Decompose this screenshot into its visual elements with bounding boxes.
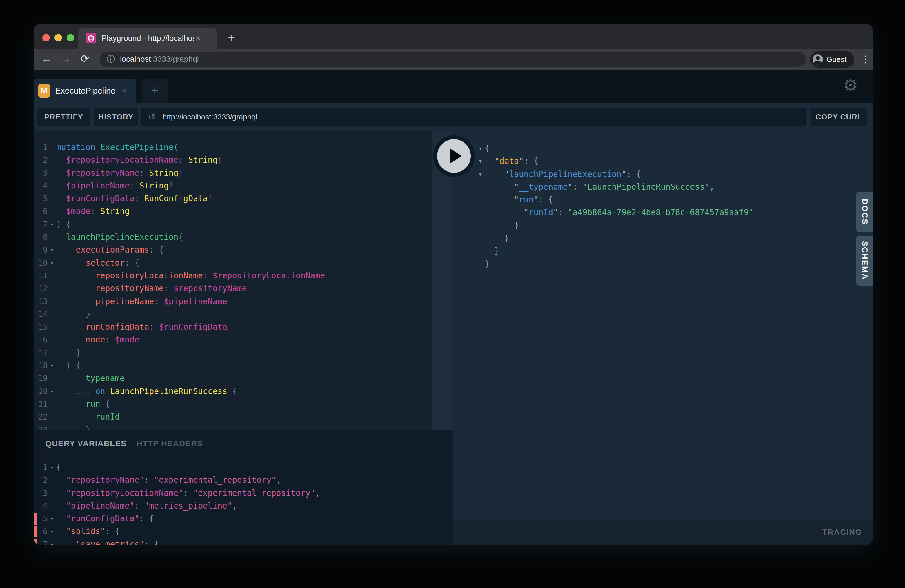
fold-arrow-icon[interactable]: ▾ (476, 168, 485, 181)
tab-query-variables[interactable]: QUERY VARIABLES (45, 439, 127, 448)
forward-icon[interactable]: → (59, 49, 73, 70)
code-line: 12 repositoryName: $repositoryName (34, 282, 432, 295)
tab-docs[interactable]: DOCS (856, 192, 873, 232)
fold-arrow-icon (48, 321, 56, 334)
code-line: 17 } (34, 346, 432, 359)
code-line: 2 "repositoryName": "experimental_reposi… (34, 474, 453, 486)
query-variables-panel[interactable]: QUERY VARIABLES HTTP HEADERS 1▾{2 "repos… (34, 430, 453, 545)
mac-minimize-button[interactable] (54, 34, 62, 41)
fold-arrow-icon[interactable]: ▾ (48, 385, 56, 398)
fold-arrow-icon (48, 192, 56, 205)
play-icon (450, 148, 462, 164)
code-line: 16 mode: $mode (34, 334, 432, 346)
code-line: 4 $pipelineName: String! (34, 180, 432, 192)
code-line: 6 $mode: String! (34, 205, 432, 218)
new-session-tab-button[interactable]: + (142, 79, 168, 103)
code-line: 1mutation ExecutePipeline( (34, 141, 432, 154)
browser-tab[interactable]: Playground - http://localhost:3 × (78, 28, 217, 49)
fold-arrow-icon[interactable]: ▾ (476, 155, 485, 168)
code-line: 5▾ "runConfigData": { (34, 512, 453, 525)
code-line: 18▾ ) { (34, 359, 432, 372)
copy-curl-button[interactable]: COPY CURL (811, 108, 867, 126)
code-line: "__typename": "LaunchPipelineRunSuccess"… (453, 181, 873, 193)
line-number: 1 (34, 461, 48, 474)
code-line: "runId": "a49b864a-79e2-4be8-b78c-687457… (453, 206, 873, 219)
back-icon[interactable]: ← (40, 49, 54, 70)
browser-menu-icon[interactable]: ⋮ (859, 51, 872, 67)
tracing-bar[interactable]: TRACING (453, 520, 873, 545)
tab-http-headers[interactable]: HTTP HEADERS (137, 439, 203, 448)
query-editor[interactable]: 1mutation ExecutePipeline(2 $repositoryL… (34, 131, 432, 430)
reload-icon[interactable]: ⟳ (78, 49, 92, 70)
code-line: 5 $runConfigData: RunConfigData! (34, 192, 432, 205)
settings-gear-icon[interactable]: ⚙ (843, 75, 858, 95)
code-line: 1▾{ (34, 461, 453, 474)
code-line: 3 "repositoryLocationName": "experimenta… (34, 487, 453, 499)
code-line: 22 runId (34, 410, 432, 423)
error-marker (34, 539, 37, 545)
fold-arrow-icon (48, 334, 56, 346)
line-number (453, 206, 476, 219)
tab-schema[interactable]: SCHEMA (856, 236, 873, 286)
mac-close-button[interactable] (42, 34, 50, 41)
variables-editor[interactable]: 1▾{2 "repositoryName": "experimental_rep… (34, 461, 453, 545)
fold-arrow-icon[interactable]: ▾ (48, 243, 56, 256)
code-line: 9▾ executionParams: { (34, 243, 432, 256)
fold-arrow-icon (48, 372, 56, 385)
line-number: 20 (34, 385, 48, 398)
line-number: 15 (34, 321, 48, 334)
history-button[interactable]: HISTORY (94, 108, 138, 126)
code-line: 21 run { (34, 398, 432, 410)
prettify-button[interactable]: PRETTIFY (37, 108, 90, 126)
profile-button[interactable]: Guest (810, 51, 854, 68)
address-bar[interactable]: ⓘ localhost:3333/graphql (100, 52, 806, 67)
graphql-logo-icon (86, 33, 96, 43)
code-line: } (453, 245, 873, 257)
address-url: localhost:3333/graphql (120, 55, 199, 64)
line-number: 18 (34, 359, 48, 372)
fold-arrow-icon[interactable]: ▾ (48, 257, 56, 269)
fold-arrow-icon (476, 232, 485, 245)
url-host: localhost (120, 55, 151, 64)
mutation-badge: M (38, 84, 50, 98)
fold-arrow-icon (476, 181, 485, 193)
fold-arrow-icon[interactable]: ▾ (48, 538, 56, 545)
line-number: 4 (34, 180, 48, 192)
browser-url-bar: ← → ⟳ ⓘ localhost:3333/graphql Guest ⋮ (34, 49, 873, 70)
site-info-icon[interactable]: ⓘ (107, 54, 115, 65)
fold-arrow-icon[interactable]: ▾ (48, 525, 56, 538)
playground-session-strip: M ExecutePipeline × + ⚙ (34, 70, 873, 103)
code-line: } (453, 258, 873, 270)
line-number: 3 (34, 487, 48, 499)
line-number: 22 (34, 410, 48, 423)
execute-query-button[interactable] (433, 135, 475, 177)
browser-new-tab-button[interactable]: + (222, 31, 241, 46)
code-line: 8 launchPipelineExecution( (34, 231, 432, 243)
response-viewer: ▾{▾ "data": {▾ "launchPipelineExecution"… (453, 131, 873, 520)
fold-arrow-icon (48, 282, 56, 295)
browser-tab-title: Playground - http://localhost:3 (102, 34, 194, 43)
code-line: 6▾ "solids": { (34, 525, 453, 538)
fold-arrow-icon (48, 398, 56, 410)
line-number: 1 (34, 141, 48, 154)
error-marker (34, 513, 37, 524)
fold-arrow-icon[interactable]: ▾ (48, 512, 56, 525)
endpoint-input[interactable]: ↺ http://localhost:3333/graphql (141, 108, 806, 126)
fold-arrow-icon[interactable]: ▾ (476, 142, 485, 155)
fold-arrow-icon[interactable]: ▾ (48, 461, 56, 474)
fold-arrow-icon (48, 231, 56, 243)
endpoint-reload-icon[interactable]: ↺ (148, 111, 156, 122)
code-line: ▾ "launchPipelineExecution": { (453, 168, 873, 181)
fold-arrow-icon (476, 193, 485, 206)
session-tab-close-icon[interactable]: × (122, 86, 127, 96)
session-tab-executepipeline[interactable]: M ExecutePipeline × (34, 79, 136, 103)
mac-zoom-button[interactable] (67, 34, 74, 41)
line-number: 5 (34, 192, 48, 205)
line-number: 6 (34, 205, 48, 218)
code-line: 13 pipelineName: $pipelineName (34, 295, 432, 308)
browser-tab-close-icon[interactable]: × (195, 33, 201, 44)
fold-arrow-icon[interactable]: ▾ (48, 218, 56, 231)
fold-arrow-icon (476, 206, 485, 219)
endpoint-url: http://localhost:3333/graphql (163, 113, 257, 121)
fold-arrow-icon[interactable]: ▾ (48, 359, 56, 372)
